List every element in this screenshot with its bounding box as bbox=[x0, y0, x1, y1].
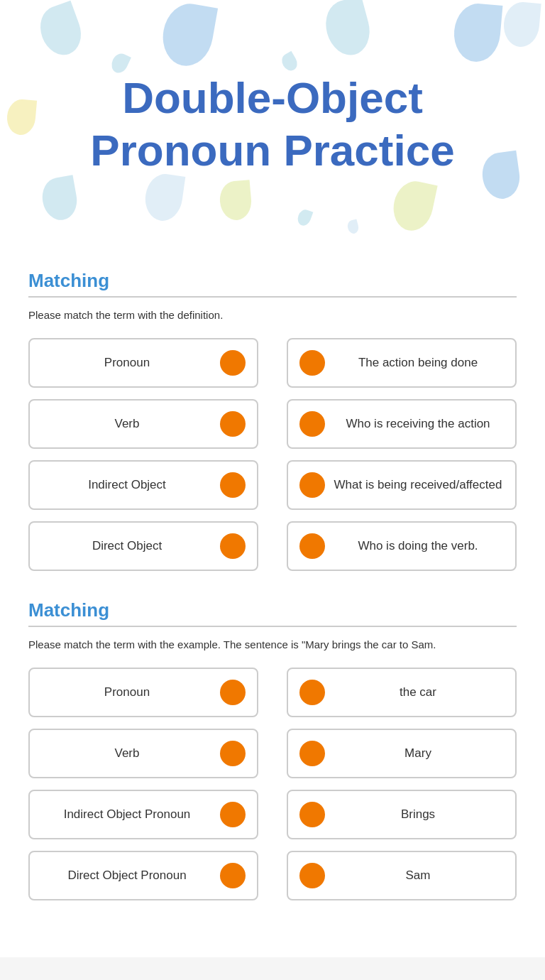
left-label-4: Direct Object bbox=[41, 538, 213, 554]
decorative-drop bbox=[480, 151, 523, 202]
s2-connector-dot-left-1[interactable] bbox=[220, 680, 246, 705]
section2: Matching Please match the term with the … bbox=[28, 599, 517, 900]
s2-connector-dot-right-1[interactable] bbox=[299, 680, 325, 705]
s2-right-label-4: Sam bbox=[332, 868, 504, 883]
section2-title: Matching bbox=[28, 599, 517, 621]
decorative-drop bbox=[346, 219, 360, 234]
content-area: Matching Please match the term with the … bbox=[0, 249, 545, 957]
right-item-3[interactable]: What is being received/affected bbox=[287, 460, 517, 510]
connector-dot-right-2[interactable] bbox=[299, 411, 325, 437]
right-item-2[interactable]: Who is receiving the action bbox=[287, 399, 517, 449]
connector-dot-left-2[interactable] bbox=[220, 411, 246, 437]
s2-left-item-1[interactable]: Pronoun bbox=[28, 668, 258, 717]
left-label-1: Pronoun bbox=[41, 355, 213, 371]
connector-dot-right-1[interactable] bbox=[299, 350, 325, 376]
s2-left-label-2: Verb bbox=[41, 746, 213, 761]
s2-right-item-4[interactable]: Sam bbox=[287, 851, 517, 900]
s2-left-label-1: Pronoun bbox=[41, 685, 213, 700]
s2-right-item-3[interactable]: Brings bbox=[287, 790, 517, 839]
s2-left-item-2[interactable]: Verb bbox=[28, 729, 258, 778]
hero-section: Double-Object Pronoun Practice bbox=[0, 0, 545, 249]
section2-grid: Pronoun the car Verb Mary Indirect Objec… bbox=[28, 668, 517, 900]
connector-dot-left-4[interactable] bbox=[220, 533, 246, 559]
left-item-2[interactable]: Verb bbox=[28, 399, 258, 449]
decorative-drop bbox=[6, 98, 37, 136]
section1-grid: Pronoun The action being done Verb Who i… bbox=[28, 338, 517, 571]
decorative-drop bbox=[502, 1, 541, 48]
s2-left-label-4: Direct Object Pronoun bbox=[41, 868, 213, 883]
s2-right-label-3: Brings bbox=[332, 807, 504, 822]
right-item-4[interactable]: Who is doing the verb. bbox=[287, 521, 517, 571]
decorative-drop bbox=[452, 1, 503, 63]
connector-dot-right-3[interactable] bbox=[299, 472, 325, 498]
decorative-drop bbox=[320, 0, 375, 60]
left-label-3: Indirect Object bbox=[41, 477, 213, 493]
decorative-drop bbox=[389, 178, 437, 234]
section1-instruction: Please match the term with the definitio… bbox=[28, 309, 517, 321]
s2-right-label-2: Mary bbox=[332, 746, 504, 761]
left-label-2: Verb bbox=[41, 416, 213, 432]
s2-right-item-2[interactable]: Mary bbox=[287, 729, 517, 778]
s2-connector-dot-left-3[interactable] bbox=[220, 802, 246, 827]
s2-connector-dot-right-4[interactable] bbox=[299, 863, 325, 888]
page-title: Double-Object Pronoun Practice bbox=[90, 72, 454, 178]
decorative-drop bbox=[158, 0, 218, 70]
left-item-1[interactable]: Pronoun bbox=[28, 338, 258, 388]
s2-right-item-1[interactable]: the car bbox=[287, 668, 517, 717]
s2-connector-dot-left-2[interactable] bbox=[220, 741, 246, 766]
right-label-2: Who is receiving the action bbox=[332, 416, 504, 432]
s2-connector-dot-left-4[interactable] bbox=[220, 863, 246, 888]
section2-divider bbox=[28, 626, 517, 627]
s2-connector-dot-right-3[interactable] bbox=[299, 802, 325, 827]
decorative-drop bbox=[34, 1, 88, 61]
connector-dot-right-4[interactable] bbox=[299, 533, 325, 559]
s2-left-label-3: Indirect Object Pronoun bbox=[41, 807, 213, 822]
s2-left-item-4[interactable]: Direct Object Pronoun bbox=[28, 851, 258, 900]
section1-divider bbox=[28, 296, 517, 298]
left-item-3[interactable]: Indirect Object bbox=[28, 460, 258, 510]
connector-dot-left-1[interactable] bbox=[220, 350, 246, 376]
section1: Matching Please match the term with the … bbox=[28, 270, 517, 571]
decorative-drop bbox=[219, 180, 253, 222]
s2-left-item-3[interactable]: Indirect Object Pronoun bbox=[28, 790, 258, 839]
s2-right-label-1: the car bbox=[332, 685, 504, 700]
s2-connector-dot-right-2[interactable] bbox=[299, 741, 325, 766]
decorative-drop bbox=[279, 51, 300, 74]
decorative-drop bbox=[143, 172, 186, 224]
left-item-4[interactable]: Direct Object bbox=[28, 521, 258, 571]
decorative-drop bbox=[296, 208, 314, 228]
connector-dot-left-3[interactable] bbox=[220, 472, 246, 498]
right-label-4: Who is doing the verb. bbox=[332, 538, 504, 554]
section2-instruction: Please match the term with the example. … bbox=[28, 638, 517, 650]
right-item-1[interactable]: The action being done bbox=[287, 338, 517, 388]
right-label-1: The action being done bbox=[332, 355, 504, 371]
section1-title: Matching bbox=[28, 270, 517, 292]
right-label-3: What is being received/affected bbox=[332, 477, 504, 493]
decorative-drop bbox=[39, 175, 80, 222]
